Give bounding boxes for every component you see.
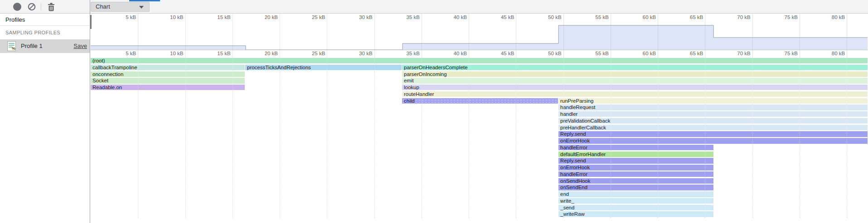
ruler-tick-label: 50 kB — [524, 51, 562, 56]
flame-bar[interactable]: onconnection — [91, 71, 245, 77]
record-icon[interactable] — [13, 3, 21, 11]
save-link[interactable]: Save — [73, 39, 87, 53]
ruler-tick-label: 80 kB — [807, 51, 845, 56]
sidebar: Profiles SAMPLING PROFILES % Profile 1 S… — [0, 14, 90, 223]
flame-bar[interactable]: processTicksAndRejections — [245, 65, 402, 70]
chart-pane: 5 kB10 kB15 kB20 kB25 kB30 kB35 kB40 kB4… — [90, 14, 868, 223]
flame-bar[interactable]: handleError — [558, 145, 713, 150]
flame-bar[interactable]: (root) — [91, 58, 868, 63]
ruler-tick-label: 75 kB — [760, 51, 798, 56]
ruler-tick-label: 10 kB — [146, 51, 184, 56]
gridline — [138, 14, 138, 218]
flame-bar[interactable]: callbackTrampoline — [91, 65, 245, 70]
flame-bar[interactable]: Readable.on — [91, 85, 245, 90]
chart-view-select[interactable]: Chart — [91, 2, 150, 12]
ruler-tick-label: 70 kB — [713, 51, 751, 56]
profile-name: Profile 1 — [21, 39, 43, 53]
flame-bar[interactable]: parserOnIncoming — [402, 71, 868, 77]
active-tab-indicator — [129, 0, 160, 1]
gridline — [233, 14, 233, 218]
gridline — [422, 14, 422, 218]
ruler-tick-label: 65 kB — [665, 51, 703, 56]
gridline — [516, 14, 516, 218]
profile-list-item[interactable]: % Profile 1 Save — [0, 39, 90, 53]
flame-bar[interactable]: emit — [402, 78, 868, 83]
ruler-tick-label: 30 kB — [335, 51, 373, 56]
flame-bar[interactable]: onSendEnd — [558, 185, 713, 190]
flame-bar[interactable]: runPreParsing — [558, 98, 868, 104]
ruler-tick-label: 60 kB — [618, 51, 656, 56]
flame-bar[interactable]: defaultErrorHandler — [558, 152, 713, 157]
gridline — [185, 14, 186, 218]
flame-bar[interactable]: onSendHook — [558, 178, 713, 184]
flame-bar[interactable]: onErrorHook — [558, 165, 713, 170]
ruler-tick-label: 25 kB — [287, 51, 325, 56]
ruler-tick-label: 15 kB — [193, 51, 231, 56]
flame-bar[interactable]: Reply.send — [558, 158, 713, 163]
ruler-tick-label: 40 kB — [429, 51, 467, 56]
flame-bar[interactable]: _writeRaw — [558, 211, 713, 217]
flame-bar[interactable]: handleError — [558, 171, 713, 177]
gridline — [327, 14, 327, 218]
ruler-tick-label: 20 kB — [240, 51, 278, 56]
memory-overview-area[interactable] — [90, 14, 868, 50]
flame-bar[interactable]: handleRequest — [558, 104, 868, 110]
ruler-tick-label: 55 kB — [571, 51, 609, 56]
flame-bar[interactable]: end — [558, 191, 713, 197]
chart-view-select-value: Chart — [96, 3, 110, 10]
flame-bar[interactable]: Reply.send — [558, 131, 868, 137]
clear-profiles-icon[interactable] — [28, 3, 36, 11]
flame-bar[interactable]: write_ — [558, 198, 713, 204]
flame-bar[interactable]: preValidationCallback — [558, 118, 868, 123]
flame-bar[interactable]: child — [402, 98, 558, 104]
ruler-tick-label: 5 kB — [98, 51, 136, 56]
ruler-tick-label: 35 kB — [382, 51, 420, 56]
sampling-profiles-section-header: SAMPLING PROFILES — [5, 30, 60, 35]
flame-bar[interactable]: preHandlerCallback — [558, 125, 868, 130]
flame-bar[interactable]: Socket — [91, 78, 245, 83]
overview-divider — [90, 50, 868, 50]
flame-bar[interactable]: handler — [558, 111, 868, 117]
gridline — [374, 14, 375, 218]
flame-bar[interactable]: parserOnHeadersComplete — [402, 65, 868, 70]
flame-bar[interactable]: routeHandler — [402, 91, 868, 97]
ruler-tick-label: 45 kB — [476, 51, 514, 56]
flame-bar[interactable]: lookup — [402, 85, 868, 90]
overview-drag-handle[interactable] — [90, 15, 92, 29]
flame-bar[interactable]: onErrorHook — [558, 138, 868, 143]
profiler-window: Chart Profiles SAMPLING PROFILES % Profi… — [0, 0, 868, 223]
toolbar-separator — [41, 3, 41, 10]
flame-bar[interactable]: _send — [558, 205, 713, 210]
sampling-profile-icon: % — [7, 41, 16, 51]
chevron-down-icon — [139, 6, 144, 9]
trash-icon[interactable] — [47, 2, 55, 11]
profiles-header: Profiles — [0, 14, 90, 26]
gridline — [469, 14, 469, 218]
gridline — [280, 14, 280, 218]
toolbar: Chart — [0, 0, 868, 14]
